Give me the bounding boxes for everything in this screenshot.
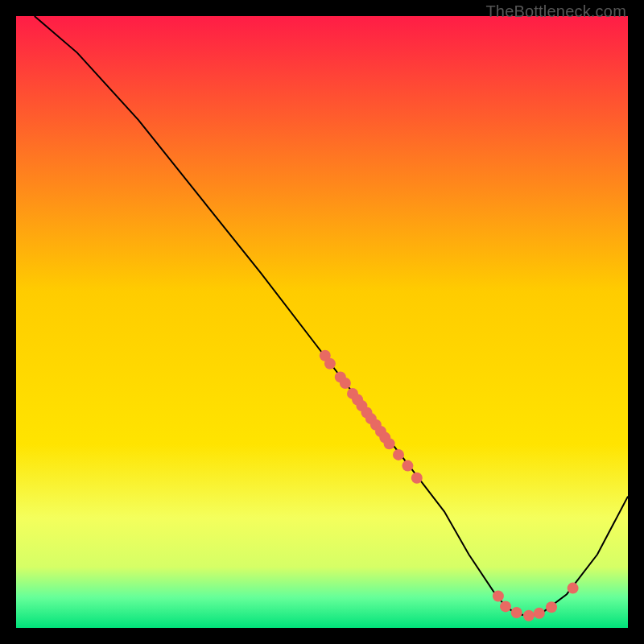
chart-stage: TheBottleneck.com xyxy=(0,0,644,644)
gradient-background xyxy=(16,16,628,628)
data-point xyxy=(324,358,336,369)
data-point xyxy=(393,449,404,460)
data-point xyxy=(500,601,511,612)
data-point xyxy=(402,460,413,472)
data-point xyxy=(523,610,535,621)
data-point xyxy=(411,473,423,484)
data-point xyxy=(340,378,351,389)
data-point xyxy=(568,583,579,594)
data-point xyxy=(493,591,504,602)
data-point xyxy=(534,608,545,619)
data-point xyxy=(384,438,395,449)
data-point xyxy=(546,601,557,613)
watermark-text: TheBottleneck.com xyxy=(485,2,626,21)
data-point xyxy=(511,607,522,618)
chart-svg xyxy=(16,16,628,628)
